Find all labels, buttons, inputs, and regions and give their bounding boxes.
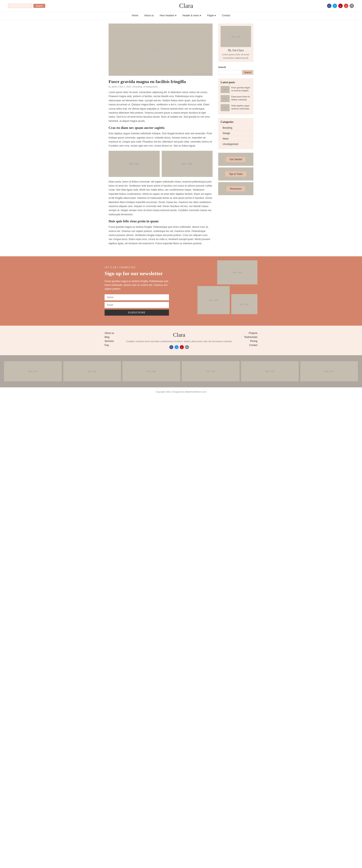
footer: About us Blog Services Faq Clara Curabit… xyxy=(0,326,362,355)
article-meta: by admin | Nov 3, 2022 | Branding, Uncat… xyxy=(109,86,213,88)
article-p1: Lorem ipsum dolor sit amet, consectetur … xyxy=(109,90,213,123)
article-p4: Fusce gravida magna eu facilisis fringil… xyxy=(109,225,213,245)
newsletter-title: Sign up for our newsletter xyxy=(104,270,169,277)
footer-testimonials[interactable]: Testimonials xyxy=(244,336,258,339)
search-label: Search xyxy=(218,65,253,69)
nav-contact[interactable]: Contact xyxy=(222,14,230,17)
main-nav: Home About us Hero headers ▾ Header & me… xyxy=(0,12,362,20)
copyright-bar: Copyright 2022 | Designed by MarkHendrik… xyxy=(0,388,362,396)
article-title: Fusce gravida magna eu facilisis fringil… xyxy=(109,79,213,84)
cta-get-started: Get Started xyxy=(218,153,253,166)
strip-image-3: 800 x 800 xyxy=(122,361,180,381)
newsletter-section: LET'S GET CONNECTED Sign up for our news… xyxy=(0,256,362,326)
newsletter-tag: LET'S GET CONNECTED xyxy=(104,266,169,269)
nav-header-menu[interactable]: Header & menu ▾ xyxy=(182,14,201,17)
hero-credit: Stored at: wordpress.org xyxy=(193,72,211,74)
latest-posts-title: Latest posts xyxy=(221,81,251,84)
strip-image-6: 800 x 800 xyxy=(300,361,358,381)
get-started-button[interactable]: Get Started xyxy=(226,157,246,162)
header-search-input[interactable] xyxy=(8,4,32,8)
site-logo[interactable]: Clara xyxy=(179,2,193,9)
category-branding[interactable]: Branding xyxy=(221,125,251,131)
header-search-area: Search xyxy=(8,4,45,8)
post-title-2: Etiam porta lorem id finibus commodo xyxy=(231,95,251,101)
footer-projects[interactable]: Projects xyxy=(249,332,258,335)
sidebar-search-button[interactable]: Search xyxy=(242,70,253,75)
footer-text: Curabitur molestie lorem sed diam condim… xyxy=(118,340,240,343)
nav-hero-headers[interactable]: Hero headers ▾ xyxy=(160,14,176,17)
bottom-image-strip: 800 x 800 800 x 800 800 x 800 800 x 800 … xyxy=(0,355,362,388)
newsletter-form-area: LET'S GET CONNECTED Sign up for our news… xyxy=(104,266,169,315)
newsletter-desc: Fusce gravida magna eu facilisis fringil… xyxy=(104,279,169,291)
pinterest-icon[interactable]: p xyxy=(338,4,343,8)
post-title-1: Fusce gravida magna eu facilisis fringil… xyxy=(231,86,251,92)
footer-about[interactable]: About us xyxy=(104,332,114,335)
hero-size-label: 1200 x 850 xyxy=(152,48,170,52)
cta-tips-tricks: Tips & Tricks xyxy=(218,167,253,181)
footer-blog[interactable]: Blog xyxy=(104,336,114,339)
nav-about[interactable]: About us xyxy=(144,14,154,17)
site-header: Search Clara f t p g ✉ xyxy=(0,0,362,12)
article-h2-1: Cras eu diam nec quam auctor sagittis xyxy=(109,126,213,130)
footer-twitter-icon[interactable]: t xyxy=(175,345,179,349)
categories-title: Categories xyxy=(221,120,251,124)
category-uncategorized[interactable]: Uncategorized xyxy=(221,142,251,147)
newsletter-email-input[interactable] xyxy=(104,302,169,308)
hero-image: 1200 x 850 Stored at: wordpress.org xyxy=(109,24,213,76)
category-news[interactable]: News xyxy=(221,136,251,142)
strip-image-4: 800 x 800 xyxy=(182,361,240,381)
newsletter-image-sm: 800 x 500 xyxy=(231,294,258,314)
article-image-grid: 800 x 800 800 x 800 xyxy=(109,151,213,177)
footer-logo: Clara xyxy=(118,332,240,338)
profile-name: Hi, I'm Clara xyxy=(221,49,251,52)
article-h2-2: Duis quis felis risus proin in quam xyxy=(109,219,213,223)
footer-pinterest-icon[interactable]: p xyxy=(180,345,184,349)
header-search-button[interactable]: Search xyxy=(33,4,45,8)
nav-pages[interactable]: Pages ▾ xyxy=(207,14,216,17)
newsletter-image-md: 800 x 800 xyxy=(198,286,230,314)
nav-home[interactable]: Home xyxy=(132,14,138,17)
newsletter-image-lg: 800 x 640 xyxy=(217,260,258,284)
footer-services[interactable]: Services xyxy=(104,340,114,343)
footer-pricing[interactable]: Pricing xyxy=(250,340,258,343)
sidebar-search-widget: Search Search xyxy=(218,65,253,75)
strip-image-5: 800 x 800 xyxy=(241,361,299,381)
profile-desc: Lorem ipsum dolor sit amet, consectetur … xyxy=(221,53,251,60)
cta-resources: Resources xyxy=(218,182,253,195)
category-design[interactable]: Design xyxy=(221,131,251,136)
footer-facebook-icon[interactable]: f xyxy=(169,345,173,349)
grid-image-2: 800 x 800 xyxy=(162,151,213,177)
latest-posts-widget: Latest posts 100x80 Fusce gravida magna … xyxy=(218,79,253,114)
grid-image-1: 800 x 800 xyxy=(109,151,160,177)
profile-image: 800 x 622 xyxy=(221,26,251,47)
footer-faq[interactable]: Faq xyxy=(104,344,114,346)
tips-tricks-button[interactable]: Tips & Tricks xyxy=(225,172,246,177)
email-icon[interactable]: ✉ xyxy=(350,4,354,8)
copyright-text: Copyright 2022 | Designed by MarkHendrik… xyxy=(156,391,206,393)
twitter-icon[interactable]: t xyxy=(333,4,337,8)
social-icons: f t p g ✉ xyxy=(327,4,354,8)
facebook-icon[interactable]: f xyxy=(327,4,331,8)
footer-contact[interactable]: Contact xyxy=(249,344,258,346)
newsletter-name-input[interactable] xyxy=(104,294,169,300)
post-thumb-3: 100x80 xyxy=(221,104,230,111)
post-thumb-1: 100x80 xyxy=(221,86,230,93)
strip-image-1: 800 x 800 xyxy=(4,361,62,381)
sidebar: 800 x 622 Hi, I'm Clara Lorem ipsum dolo… xyxy=(218,24,253,248)
post-thumb-2: 100x80 xyxy=(221,95,230,102)
article-p2: Duis dapibus augue molestie sollicitudin… xyxy=(109,131,213,148)
googleplus-icon[interactable]: g xyxy=(344,4,348,8)
newsletter-subscribe-button[interactable]: SUBSCRIBE xyxy=(104,310,169,316)
footer-center: Clara Curabitur molestie lorem sed diam … xyxy=(118,332,240,349)
latest-post-item-3: 100x80 Nulla dapibus augue molestie soll… xyxy=(221,104,251,111)
profile-widget: 800 x 622 Hi, I'm Clara Lorem ipsum dolo… xyxy=(218,24,253,62)
latest-post-item-1: 100x80 Fusce gravida magna eu facilisis … xyxy=(221,86,251,93)
footer-email-icon[interactable]: ✉ xyxy=(185,345,189,349)
resources-button[interactable]: Resources xyxy=(227,186,245,191)
newsletter-images: 800 x 640 800 x 800 800 x 500 xyxy=(173,260,258,314)
strip-image-2: 800 x 800 xyxy=(63,361,121,381)
footer-left-links: About us Blog Services Faq xyxy=(104,332,114,346)
sidebar-search-input[interactable] xyxy=(218,70,241,75)
latest-post-item-2: 100x80 Etiam porta lorem id finibus comm… xyxy=(221,95,251,102)
footer-social-icons: f t p ✉ xyxy=(118,345,240,349)
